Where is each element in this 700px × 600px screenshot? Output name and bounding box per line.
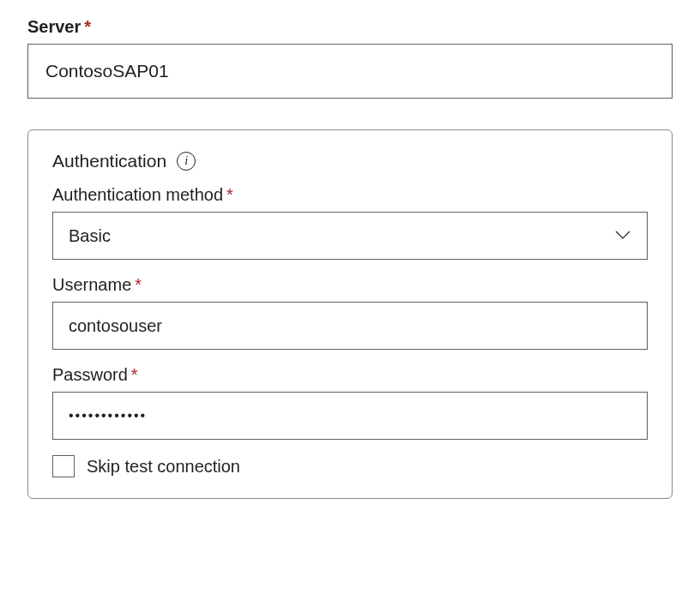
- authentication-method-select[interactable]: Basic: [52, 212, 648, 260]
- authentication-method-label: Authentication method*: [52, 185, 648, 205]
- username-label: Username*: [52, 275, 648, 295]
- required-indicator: *: [84, 17, 91, 36]
- skip-test-connection-row: Skip test connection: [52, 455, 648, 477]
- password-input[interactable]: [52, 392, 648, 440]
- authentication-panel-header: Authentication i: [52, 151, 648, 171]
- server-label-text: Server: [27, 17, 81, 36]
- authentication-method-select-wrap: Basic: [52, 212, 648, 260]
- username-field-group: Username*: [52, 275, 648, 350]
- username-input[interactable]: [52, 302, 648, 350]
- required-indicator: *: [226, 185, 233, 204]
- info-icon[interactable]: i: [177, 152, 196, 171]
- username-label-text: Username: [52, 275, 131, 294]
- server-input[interactable]: [27, 44, 673, 99]
- password-label: Password*: [52, 365, 648, 385]
- required-indicator: *: [135, 275, 142, 294]
- authentication-method-field-group: Authentication method* Basic: [52, 185, 648, 260]
- skip-test-connection-label: Skip test connection: [87, 457, 240, 477]
- required-indicator: *: [131, 365, 138, 384]
- server-field-group: Server*: [27, 17, 673, 99]
- password-field-group: Password*: [52, 365, 648, 440]
- authentication-panel-title: Authentication: [52, 151, 166, 171]
- authentication-method-label-text: Authentication method: [52, 185, 223, 204]
- authentication-panel: Authentication i Authentication method* …: [27, 129, 673, 499]
- password-label-text: Password: [52, 365, 128, 384]
- skip-test-connection-checkbox[interactable]: [52, 455, 75, 477]
- server-label: Server*: [27, 17, 673, 37]
